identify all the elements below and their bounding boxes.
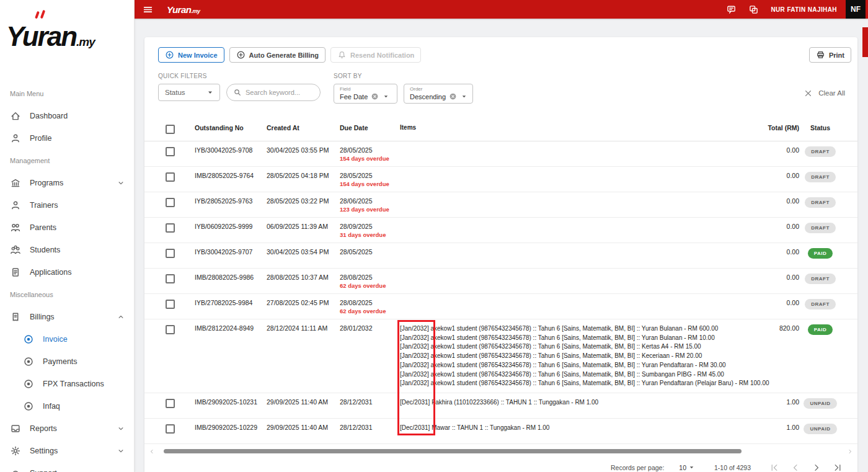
invoice-item-line: [Dec/2031] Fakhira (110102233666) :: TAH… <box>400 398 741 407</box>
sidebar-item-reports[interactable]: Reports <box>0 417 134 440</box>
table-row[interactable]: IYB/30042025-970830/04/2025 03:55 PM28/0… <box>144 141 857 167</box>
vertical-scrollbar-thumb[interactable] <box>862 27 868 57</box>
sort-field-chip[interactable]: Field Fee Date <box>334 84 397 104</box>
row-checkbox[interactable] <box>166 274 175 283</box>
outstanding-no: IYB/06092025-9999 <box>195 223 267 230</box>
sidebar-item-invoice[interactable]: Invoice <box>0 328 134 350</box>
sidebar-item-label: Dashboard <box>30 112 68 120</box>
due-date: 28/12/2031 <box>340 424 400 431</box>
row-checkbox[interactable] <box>166 172 175 182</box>
table-row[interactable]: IMB/28122024-894928/12/2024 11:11 AM28/0… <box>144 319 857 393</box>
sidebar-item-infaq[interactable]: Infaq <box>0 395 134 417</box>
row-checkbox[interactable] <box>166 399 175 408</box>
row-checkbox[interactable] <box>166 249 175 258</box>
last-page-button[interactable] <box>833 463 843 472</box>
row-checkbox[interactable] <box>166 223 175 233</box>
new-invoice-button[interactable]: New Invoice <box>158 47 224 63</box>
search-input[interactable] <box>246 89 314 96</box>
sort-by-group: SORT BY Field Fee Date Order <box>334 73 473 104</box>
horizontal-scrollbar[interactable] <box>144 448 857 455</box>
select-all-checkbox[interactable] <box>166 125 175 134</box>
chat-icon[interactable] <box>726 4 737 15</box>
column-header-items: Items <box>400 124 741 131</box>
row-checkbox[interactable] <box>166 198 175 207</box>
outstanding-no: IMB/28052025-9764 <box>195 172 267 179</box>
remove-sort-field-icon[interactable] <box>371 92 379 100</box>
topbar-logo[interactable]: Yuran.my <box>167 4 200 15</box>
scrollbar-thumb[interactable] <box>164 449 742 453</box>
table-row[interactable]: IMB/29092025-1022929/09/2025 11:40 AM28/… <box>144 419 857 444</box>
sidebar-item-applications[interactable]: Applications <box>0 261 134 283</box>
sidebar-item-programs[interactable]: Programs <box>0 172 134 194</box>
scroll-right-icon[interactable] <box>847 448 853 455</box>
records-per-page-value: 10 <box>679 464 686 471</box>
quick-filters-label: QUICK FILTERS <box>158 73 321 79</box>
invoice-item-line: [Jan/2032] akekow1 student (987654323456… <box>400 370 741 380</box>
outstanding-no: IMB/28122024-8949 <box>195 324 267 332</box>
status-filter-select[interactable]: Status <box>158 84 220 101</box>
first-page-button[interactable] <box>769 463 779 472</box>
records-per-page-select[interactable]: 10 <box>679 463 696 471</box>
resend-notification-button[interactable]: Resend Notification <box>330 47 421 63</box>
sidebar: Yuran.my Main MenuDashboardProfileManage… <box>0 0 135 472</box>
print-button[interactable]: Print <box>809 47 851 63</box>
sidebar-item-support[interactable]: Support <box>0 462 134 472</box>
sidebar-item-dashboard[interactable]: Dashboard <box>0 105 134 127</box>
records-per-page-label: Records per page: <box>611 464 664 471</box>
column-header-status: Status <box>799 124 841 131</box>
table-row[interactable]: IYB/06092025-999906/09/2025 11:39 AM28/0… <box>144 218 857 243</box>
clear-all-button[interactable]: Clear All <box>804 82 845 104</box>
prev-page-button[interactable] <box>790 463 800 472</box>
status-badge: DRAFT <box>805 172 836 182</box>
created-at: 30/04/2025 03:54 PM <box>267 248 340 256</box>
sidebar-item-fpx-transactions[interactable]: FPX Transactions <box>0 373 134 395</box>
outstanding-no: IYB/27082025-9984 <box>195 299 267 306</box>
scrollbar-track[interactable] <box>157 449 845 453</box>
document-icon <box>10 267 21 278</box>
sidebar-item-students[interactable]: Students <box>0 239 134 261</box>
status-badge: DRAFT <box>805 299 836 309</box>
scroll-left-icon[interactable] <box>149 448 155 455</box>
sidebar-item-parents[interactable]: Parents <box>0 216 134 239</box>
dropdown-arrow-icon <box>382 92 390 100</box>
row-checkbox[interactable] <box>166 325 175 334</box>
search-icon <box>233 88 242 97</box>
students-icon <box>10 244 21 256</box>
plus-circle-icon <box>236 50 246 60</box>
row-checkbox[interactable] <box>166 300 175 309</box>
user-name[interactable]: NUR FATIN NAJIHAH <box>771 6 837 13</box>
table-row[interactable]: IMB/28082025-998628/08/2025 10:37 AM28/0… <box>144 269 857 294</box>
sidebar-item-billings[interactable]: Billings <box>0 306 134 328</box>
items-cell: [Jan/2032] akekow1 student (987654323456… <box>400 324 741 388</box>
switch-account-icon[interactable] <box>748 4 759 15</box>
sidebar-item-label: FPX Transactions <box>43 380 104 388</box>
table-row[interactable]: IYB/30042025-970730/04/2025 03:54 PM28/0… <box>144 243 857 269</box>
table-row[interactable]: IYB/28052025-976328/05/2025 03:22 PM28/0… <box>144 192 857 218</box>
table-row[interactable]: IMB/29092025-1023129/09/2025 11:40 AM28/… <box>144 393 857 419</box>
plus-circle-icon <box>165 50 174 60</box>
gear-icon <box>10 445 21 456</box>
next-page-button[interactable] <box>812 463 822 472</box>
sidebar-item-label: Settings <box>30 447 58 455</box>
chevron-down-icon <box>117 469 125 472</box>
sidebar-item-trainers[interactable]: Trainers <box>0 194 134 216</box>
sidebar-item-payments[interactable]: Payments <box>0 350 134 373</box>
invoice-item-line: [Jan/2032] akekow1 student (987654323456… <box>400 342 741 352</box>
menu-icon[interactable] <box>143 4 153 15</box>
row-checkbox[interactable] <box>166 147 175 156</box>
auto-generate-billing-button[interactable]: Auto Generate Billing <box>229 47 326 63</box>
due-date: 28/08/2025 <box>340 299 400 306</box>
remove-sort-order-icon[interactable] <box>449 92 457 100</box>
sort-order-chip[interactable]: Order Descending <box>404 84 473 104</box>
app-logo[interactable]: Yuran.my <box>0 0 134 82</box>
sidebar-item-profile[interactable]: Profile <box>0 127 134 149</box>
search-box[interactable] <box>226 84 321 101</box>
total-amount: 820.00 <box>741 324 799 332</box>
row-checkbox[interactable] <box>166 424 175 434</box>
sidebar-item-settings[interactable]: Settings <box>0 440 134 462</box>
created-at: 06/09/2025 11:39 AM <box>267 223 340 230</box>
table-row[interactable]: IYB/27082025-998427/08/2025 02:45 PM28/0… <box>144 294 857 319</box>
bank-icon <box>10 177 21 189</box>
table-row[interactable]: IMB/28052025-976428/05/2025 04:18 PM28/0… <box>144 167 857 192</box>
avatar[interactable]: NF <box>846 0 866 19</box>
